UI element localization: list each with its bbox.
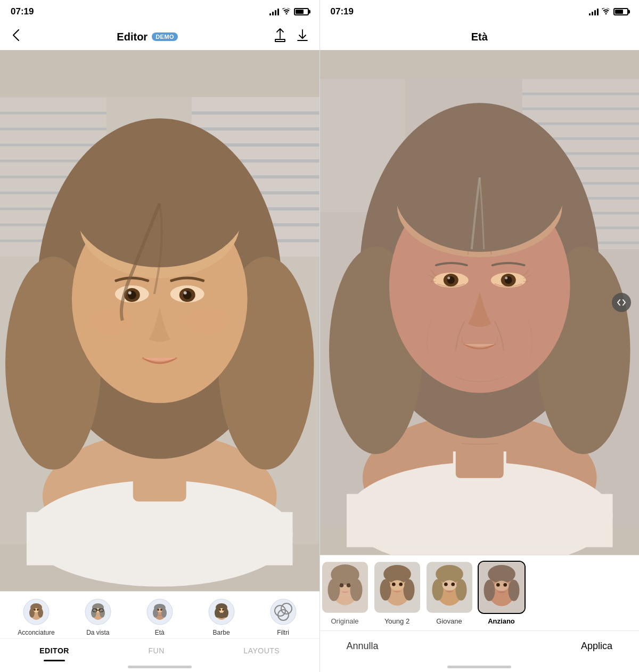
- aged-face-image: [320, 50, 640, 555]
- svg-point-39: [91, 307, 133, 334]
- svg-point-34: [128, 291, 132, 294]
- originale-label: Originale: [331, 617, 358, 625]
- left-status-icons: [269, 7, 309, 16]
- da-vista-icon: [84, 598, 112, 626]
- svg-point-76: [217, 613, 226, 618]
- acconciature-label: Acconciature: [18, 629, 54, 636]
- svg-point-67: [160, 609, 162, 611]
- filter-anziano[interactable]: Anziano: [478, 561, 526, 625]
- barbe-icon: [208, 598, 235, 626]
- svg-point-74: [219, 609, 221, 611]
- tab-layouts-label: LAYOUTS: [243, 646, 280, 655]
- download-button[interactable]: [296, 28, 309, 46]
- home-bar: [128, 666, 192, 668]
- anziano-label: Anziano: [488, 617, 515, 625]
- tab-layouts[interactable]: LAYOUTS: [233, 644, 290, 657]
- tab-active-indicator: [44, 660, 65, 661]
- left-time: 07:19: [11, 6, 34, 17]
- svg-point-66: [157, 609, 159, 611]
- cancel-button[interactable]: Annulla: [336, 637, 389, 655]
- young2-thumb: [373, 561, 421, 614]
- tool-acconciature[interactable]: Acconciature: [15, 598, 58, 636]
- tools-row: Acconciature: [0, 592, 320, 638]
- svg-point-128: [399, 583, 403, 586]
- eta-label: Età: [155, 629, 165, 636]
- svg-point-105: [394, 129, 564, 252]
- svg-point-124: [380, 579, 391, 601]
- left-nav-bar: Editor DEMO: [0, 23, 320, 50]
- left-photo-area: [0, 50, 320, 591]
- svg-rect-23: [27, 512, 293, 566]
- tool-da-vista[interactable]: Da vista: [77, 598, 119, 636]
- right-wifi-icon: [602, 7, 610, 17]
- svg-point-140: [484, 580, 495, 601]
- giovane-label: Giovane: [436, 617, 462, 625]
- svg-point-119: [339, 583, 343, 587]
- svg-point-139: [488, 565, 515, 583]
- apply-button[interactable]: Applica: [570, 637, 623, 655]
- acconciature-icon: [22, 598, 50, 626]
- tool-eta[interactable]: Età: [138, 598, 181, 636]
- tab-fun-label: FUN: [149, 646, 165, 655]
- svg-point-40: [186, 307, 229, 334]
- svg-point-47: [34, 609, 36, 611]
- svg-point-135: [444, 583, 447, 586]
- right-bottom-toolbar: Originale You: [320, 555, 640, 672]
- back-button[interactable]: [11, 27, 21, 46]
- young2-label: Young 2: [384, 617, 409, 625]
- right-status-bar: 07:19: [320, 0, 640, 23]
- tool-filtri[interactable]: Filtri: [262, 598, 305, 636]
- tool-barbe[interactable]: Barbe: [200, 598, 243, 636]
- right-signal-icon: [589, 8, 599, 15]
- right-nav-bar: Età: [320, 23, 640, 50]
- svg-point-48: [37, 609, 39, 611]
- right-battery-icon: [613, 8, 628, 15]
- svg-point-136: [451, 583, 455, 586]
- right-photo-area: [320, 50, 640, 555]
- editor-title: Editor: [117, 31, 148, 43]
- filtri-icon: [269, 598, 297, 626]
- svg-point-75: [222, 609, 224, 611]
- svg-point-141: [508, 580, 519, 601]
- svg-point-125: [403, 579, 414, 601]
- bottom-toolbar: Acconciature: [0, 591, 320, 672]
- filter-young2[interactable]: Young 2: [373, 561, 421, 625]
- svg-point-117: [327, 579, 340, 601]
- compare-handle[interactable]: [612, 293, 631, 312]
- giovane-thumb: [425, 561, 473, 614]
- home-indicator: [0, 661, 320, 672]
- anziano-thumb: [478, 561, 526, 614]
- filtri-label: Filtri: [277, 629, 289, 636]
- tab-editor[interactable]: EDITOR: [29, 644, 80, 657]
- svg-rect-97: [346, 494, 612, 547]
- tab-fun[interactable]: FUN: [138, 644, 175, 657]
- svg-point-38: [184, 291, 187, 294]
- nav-title-area: Editor DEMO: [117, 31, 178, 43]
- svg-point-109: [447, 277, 450, 280]
- svg-point-144: [503, 583, 507, 587]
- action-buttons: Annulla Applica: [320, 630, 640, 661]
- share-button[interactable]: [274, 28, 286, 46]
- left-panel: 07:19 Editor DEMO: [0, 0, 320, 672]
- eta-page-title: Età: [471, 31, 488, 43]
- right-panel: 07:19 Età: [320, 0, 640, 672]
- age-filters: Originale You: [320, 555, 640, 630]
- right-status-icons: [589, 7, 628, 17]
- filter-originale[interactable]: Originale: [321, 561, 369, 625]
- nav-actions: [274, 28, 309, 46]
- filter-giovane[interactable]: Giovane: [425, 561, 473, 625]
- right-home-indicator: [320, 661, 640, 672]
- originale-thumb: [321, 561, 369, 614]
- right-home-bar: [447, 666, 511, 668]
- wifi-icon: [282, 7, 291, 16]
- svg-point-143: [496, 583, 499, 587]
- svg-point-127: [391, 583, 395, 586]
- svg-point-113: [505, 277, 507, 280]
- tab-bar: EDITOR FUN LAYOUTS: [0, 638, 320, 661]
- barbe-label: Barbe: [213, 629, 230, 636]
- young-face-image: [0, 50, 320, 591]
- eta-icon: [146, 598, 174, 626]
- right-time: 07:19: [331, 6, 354, 17]
- battery-icon: [294, 8, 309, 15]
- signal-icon: [269, 8, 279, 15]
